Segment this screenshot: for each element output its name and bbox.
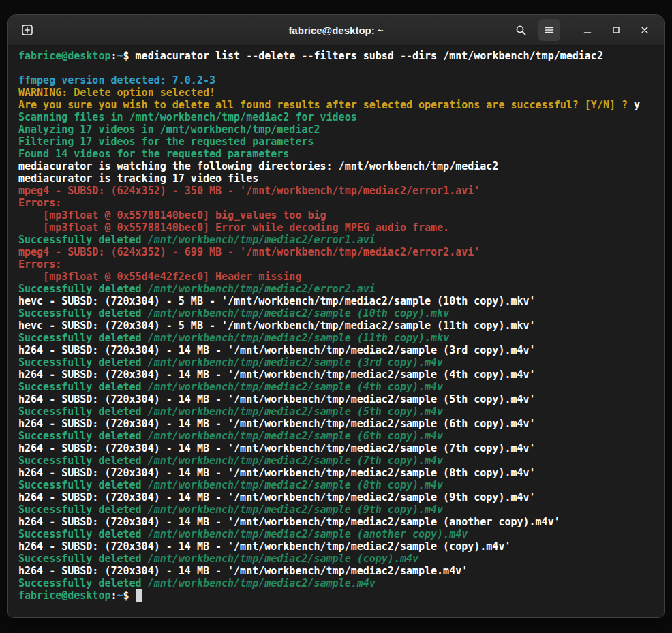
terminal-text-segment: Successfully deleted	[18, 356, 148, 369]
terminal-text-segment: h264 - SUBSD: (720x304) - 14 MB - '/mnt/…	[18, 516, 560, 528]
terminal-line: mediacurator is watching the following d…	[18, 160, 656, 172]
terminal-text-segment: /mnt/workbench/tmp/mediac2/sample (11th …	[148, 332, 450, 344]
search-icon	[515, 25, 527, 36]
terminal-line: hevc - SUBSD: (720x304) - 5 MB - '/mnt/w…	[18, 320, 656, 332]
terminal-line: Scanning files in /mnt/workbench/tmp/med…	[18, 111, 656, 123]
terminal-text-segment: Successfully deleted	[18, 479, 148, 491]
terminal-text-segment: /mnt/workbench/tmp/mediac2/sample (9th c…	[148, 504, 443, 516]
terminal-text-segment: Errors:	[18, 258, 61, 271]
terminal-text-segment: [mp3float @ 0x55d4e42f2ec0] Header missi…	[18, 271, 301, 283]
terminal-text-segment: mediacurator is tracking 17 video files	[18, 172, 258, 185]
terminal-line: Errors:	[18, 258, 656, 271]
terminal-text-segment: h264 - SUBSD: (720x304) - 14 MB - '/mnt/…	[18, 369, 536, 381]
terminal-text-segment: h264 - SUBSD: (720x304) - 14 MB - '/mnt/…	[18, 393, 536, 405]
search-button[interactable]	[510, 19, 532, 41]
terminal-text-segment: h264 - SUBSD: (720x304) - 14 MB - '/mnt/…	[18, 540, 510, 553]
terminal-line: Successfully deleted /mnt/workbench/tmp/…	[18, 356, 656, 369]
terminal-text-segment: h264 - SUBSD: (720x304) - 14 MB - '/mnt/…	[18, 467, 536, 479]
terminal-line: mediacurator is tracking 17 video files	[18, 172, 656, 185]
terminal-text-segment: /mnt/workbench/tmp/mediac2/sample (3rd c…	[148, 356, 443, 369]
terminal-text-segment: :	[110, 589, 117, 602]
terminal-text-segment: fabrice@desktop	[18, 589, 110, 602]
terminal-text-segment: Successfully deleted	[18, 332, 148, 344]
terminal-text-segment: /mnt/workbench/tmp/mediac2/sample (8th c…	[148, 479, 443, 491]
terminal-text-segment: Successfully deleted	[18, 553, 148, 565]
terminal-text-segment: h264 - SUBSD: (720x304) - 14 MB - '/mnt/…	[18, 442, 536, 454]
terminal-line: [mp3float @ 0x55788140bec0] Error while …	[18, 221, 656, 234]
terminal-text-segment: Analyzing 17 videos in /mnt/workbench/tm…	[18, 123, 320, 136]
terminal-line: Analyzing 17 videos in /mnt/workbench/tm…	[18, 123, 656, 136]
terminal-text-segment: /mnt/workbench/tmp/mediac2/sample.m4v	[148, 577, 376, 589]
terminal-line: Successfully deleted /mnt/workbench/tmp/…	[18, 283, 656, 295]
terminal-line: mpeg4 - SUBSD: (624x352) - 350 MB - '/mn…	[18, 185, 656, 197]
terminal-text-segment: ~	[117, 50, 123, 62]
terminal-text-segment: Found 14 videos for the requested parame…	[18, 148, 289, 160]
minimize-icon	[583, 25, 592, 35]
terminal-line: Successfully deleted /mnt/workbench/tmp/…	[18, 430, 656, 442]
terminal-text-segment: mediacurator is watching the following d…	[18, 160, 498, 172]
terminal-text-segment: :	[110, 50, 117, 62]
terminal-text-segment: /mnt/workbench/tmp/mediac2/sample (4th c…	[148, 381, 443, 393]
terminal-text-segment: /mnt/workbench/tmp/mediac2/error2.avi	[148, 283, 376, 295]
terminal-text-segment: /mnt/workbench/tmp/mediac2/sample (anoth…	[148, 528, 468, 540]
terminal-text-segment: /mnt/workbench/tmp/mediac2/error1.avi	[148, 234, 376, 246]
terminal-line: Are you sure you wish to delete all foun…	[18, 99, 656, 111]
terminal-line: h264 - SUBSD: (720x304) - 14 MB - '/mnt/…	[18, 369, 656, 381]
header-bar: fabrice@desktop: ~	[8, 15, 664, 46]
terminal-line: mpeg4 - SUBSD: (624x352) - 699 MB - '/mn…	[18, 246, 656, 258]
new-tab-icon	[21, 24, 33, 36]
terminal-text-segment: /mnt/workbench/tmp/mediac2/sample (10th …	[148, 307, 450, 320]
terminal-line: [mp3float @ 0x55d4e42f2ec0] Header missi…	[18, 271, 656, 283]
maximize-button[interactable]	[605, 19, 627, 41]
minimize-button[interactable]	[577, 19, 598, 41]
terminal-cursor	[136, 589, 142, 602]
terminal-text-segment: h264 - SUBSD: (720x304) - 14 MB - '/mnt/…	[18, 344, 536, 356]
terminal-line	[18, 62, 656, 74]
terminal-text-segment: h264 - SUBSD: (720x304) - 14 MB - '/mnt/…	[18, 565, 468, 577]
terminal-line: Successfully deleted /mnt/workbench/tmp/…	[18, 528, 656, 540]
terminal-text-segment: h264 - SUBSD: (720x304) - 14 MB - '/mnt/…	[18, 491, 536, 504]
terminal-line: Successfully deleted /mnt/workbench/tmp/…	[18, 307, 656, 320]
menu-icon	[544, 25, 555, 35]
terminal-text-segment: Errors:	[18, 197, 61, 209]
new-tab-button[interactable]	[16, 19, 38, 41]
terminal-text-segment: $ mediacurator list --delete --filters s…	[123, 50, 603, 62]
terminal-line: Found 14 videos for the requested parame…	[18, 148, 656, 160]
terminal-line: h264 - SUBSD: (720x304) - 14 MB - '/mnt/…	[18, 344, 656, 356]
terminal-text-segment: hevc - SUBSD: (720x304) - 5 MB - '/mnt/w…	[18, 295, 536, 307]
menu-button[interactable]	[538, 19, 560, 41]
terminal-text-segment: mpeg4 - SUBSD: (624x352) - 350 MB - '/mn…	[18, 185, 480, 197]
terminal-line: Successfully deleted /mnt/workbench/tmp/…	[18, 553, 656, 565]
terminal-line: WARNING: Delete option selected!	[18, 87, 656, 99]
maximize-icon	[611, 25, 621, 35]
terminal-window: fabrice@desktop: ~	[8, 15, 664, 617]
terminal-text-segment: /mnt/workbench/tmp/mediac2/sample (6th c…	[148, 430, 443, 442]
terminal-text-segment: Successfully deleted	[18, 504, 148, 516]
terminal-line: fabrice@desktop:~$	[18, 589, 656, 602]
terminal-text-segment: /mnt/workbench/tmp/mediac2/sample (5th c…	[148, 405, 443, 418]
terminal-text-segment: Successfully deleted	[18, 283, 148, 295]
terminal-line: Successfully deleted /mnt/workbench/tmp/…	[18, 234, 656, 246]
close-button[interactable]	[634, 19, 656, 41]
terminal-line: Successfully deleted /mnt/workbench/tmp/…	[18, 332, 656, 344]
terminal-text-segment: $	[123, 589, 136, 602]
terminal-text-segment: Successfully deleted	[18, 381, 148, 393]
terminal-line: fabrice@desktop:~$ mediacurator list --d…	[18, 50, 656, 62]
terminal-line: Successfully deleted /mnt/workbench/tmp/…	[18, 479, 656, 491]
terminal-line: Filtering 17 videos for the requested pa…	[18, 136, 656, 148]
terminal-text-segment: Filtering 17 videos for the requested pa…	[18, 136, 314, 148]
terminal-text-segment: mpeg4 - SUBSD: (624x352) - 699 MB - '/mn…	[18, 246, 480, 258]
terminal-text-segment: Successfully deleted	[18, 528, 148, 540]
terminal-line: hevc - SUBSD: (720x304) - 5 MB - '/mnt/w…	[18, 295, 656, 307]
terminal-line: Successfully deleted /mnt/workbench/tmp/…	[18, 454, 656, 467]
terminal-line: h264 - SUBSD: (720x304) - 14 MB - '/mnt/…	[18, 565, 656, 577]
terminal-text-segment: y	[634, 99, 640, 111]
terminal-text-segment: [mp3float @ 0x55788140bec0] big_values t…	[18, 209, 326, 221]
terminal-line: h264 - SUBSD: (720x304) - 14 MB - '/mnt/…	[18, 491, 656, 504]
terminal-text-segment: /mnt/workbench/tmp/mediac2/sample (copy)…	[148, 553, 418, 565]
terminal-text-segment: Scanning files in /mnt/workbench/tmp/med…	[18, 111, 357, 123]
terminal-output[interactable]: fabrice@desktop:~$ mediacurator list --d…	[8, 46, 664, 617]
terminal-line: h264 - SUBSD: (720x304) - 14 MB - '/mnt/…	[18, 540, 656, 553]
terminal-line: h264 - SUBSD: (720x304) - 14 MB - '/mnt/…	[18, 418, 656, 430]
terminal-text-segment: hevc - SUBSD: (720x304) - 5 MB - '/mnt/w…	[18, 320, 536, 332]
